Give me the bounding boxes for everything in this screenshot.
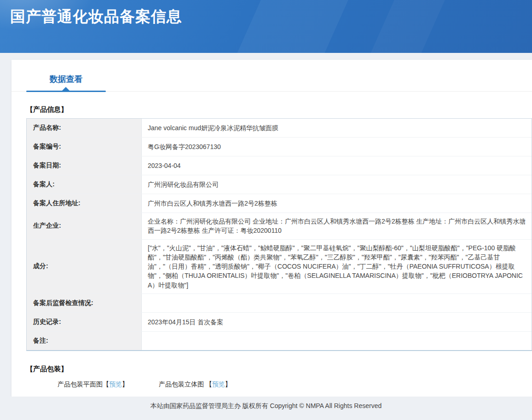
table-row-value: ["水"，"火山泥"，"甘油"，"液体石蜡"，"鲸蜡硬脂醇"，"聚二甲基硅氧烷"… [142, 240, 532, 293]
table-row: 备案人住所地址:广州市白云区人和镇秀水塘西一路2号2栋整栋 [27, 194, 532, 213]
table-row-label: 备案人住所地址: [27, 194, 142, 213]
table-row-label: 备案编号: [27, 138, 142, 156]
table-row: 产品名称:Jane volcanic mud妍泥冷泉冰泥精华抗皱面膜 [27, 119, 532, 138]
bracket: 】 [122, 380, 128, 388]
table-row: 备案人:广州润研化妆品有限公司 [27, 175, 532, 194]
table-row-value [142, 332, 532, 350]
table-row-label: 历史记录: [27, 313, 142, 331]
table-row-value: 2023年04月15日 首次备案 [142, 313, 532, 331]
bracket: 】 [225, 380, 231, 388]
content-panel: 数据查看 【产品信息】 产品名称:Jane volcanic mud妍泥冷泉冰泥… [12, 60, 532, 397]
table-row-value: 广州润研化妆品有限公司 [142, 175, 532, 194]
packaging-flat-image-label: 产品包装平面图 [58, 380, 103, 388]
table-row: 历史记录:2023年04月15日 首次备案 [27, 313, 532, 332]
active-tab-pointer-icon [62, 87, 69, 91]
table-row: 备案编号:粤G妆网备字2023067130 [27, 138, 532, 156]
table-row-value: 广州市白云区人和镇秀水塘西一路2号2栋整栋 [142, 194, 532, 213]
packaging-flat-image-item: 产品包装平面图【预览】 [58, 380, 128, 388]
table-row-label: 备案后监督检查情况: [27, 294, 142, 312]
copyright-text: 本站由国家药品监督管理局主办 版权所有 Copyright © NMPA All… [150, 402, 382, 409]
product-info-table: 产品名称:Jane volcanic mud妍泥冷泉冰泥精华抗皱面膜备案编号:粤… [26, 118, 532, 351]
table-row-value: 企业名称：广州润研化妆品有限公司 企业地址：广州市白云区人和镇秀水塘西一路2号2… [142, 213, 532, 239]
bracket: 【 [103, 380, 109, 388]
packaging-3d-image-item: 产品包装立体图 【预览】 [159, 380, 231, 388]
table-row-value [142, 294, 532, 312]
bracket: 【 [206, 380, 212, 388]
packaging-3d-preview-link[interactable]: 预览 [212, 380, 225, 388]
table-row-label: 备注: [27, 332, 142, 350]
packaging-links-row: 产品包装平面图【预览】 产品包装立体图 【预览】 [58, 380, 532, 389]
table-row-value: 粤G妆网备字2023067130 [142, 138, 532, 156]
table-row-label: 成分: [27, 240, 142, 293]
table-row: 成分:["水"，"火山泥"，"甘油"，"液体石蜡"，"鲸蜡硬脂醇"，"聚二甲基硅… [27, 240, 532, 294]
tab-bar: 数据查看 [12, 74, 532, 92]
table-row-value: 2023-04-04 [142, 156, 532, 175]
table-row: 备注: [27, 332, 532, 350]
table-row-label: 生产企业: [27, 213, 142, 239]
packaging-heading: 【产品包装】 [26, 365, 532, 374]
page-title: 国产普通化妆品备案信息 [0, 0, 532, 27]
table-row-label: 产品名称: [27, 119, 142, 137]
active-tab-underline [26, 91, 106, 92]
table-row: 生产企业:企业名称：广州润研化妆品有限公司 企业地址：广州市白云区人和镇秀水塘西… [27, 213, 532, 240]
table-row-label: 备案日期: [27, 156, 142, 175]
table-row: 备案日期:2023-04-04 [27, 156, 532, 175]
tab-divider [12, 91, 532, 92]
page-footer: 本站由国家药品监督管理局主办 版权所有 Copyright © NMPA All… [0, 397, 532, 420]
packaging-3d-image-label: 产品包装立体图 [159, 380, 206, 388]
product-info-heading: 【产品信息】 [26, 105, 532, 114]
table-row-label: 备案人: [27, 175, 142, 194]
packaging-flat-preview-link[interactable]: 预览 [109, 380, 122, 388]
table-row: 备案后监督检查情况: [27, 294, 532, 313]
page-header: 国产普通化妆品备案信息 [0, 0, 532, 53]
table-row-value: Jane volcanic mud妍泥冷泉冰泥精华抗皱面膜 [142, 119, 532, 137]
